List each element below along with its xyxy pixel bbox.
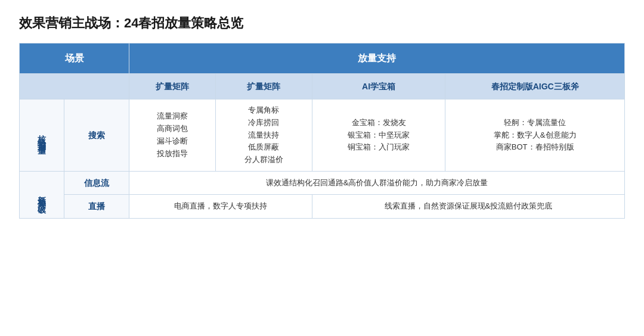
scene-live: 直播 — [64, 195, 129, 218]
header-support: 放量支持 — [129, 43, 625, 74]
scene-infofeed: 信息流 — [64, 171, 129, 194]
subheader-expand1: 扩量矩阵 — [129, 73, 216, 99]
infofeed-content: 课效通结构化召回通路&高价值人群溢价能力，助力商家冷启放量 — [129, 171, 625, 194]
search-expand1: 流量洞察 高商词包 漏斗诊断 投放指导 — [129, 99, 216, 171]
strategy-table: 场景 放量支持 扩量矩阵 扩量矩阵 AI学宝箱 春招定制版AIGC三板斧 核心场… — [19, 43, 625, 219]
live-col45: 线索直播，自然资源保证展现&投流赔付政策兜底 — [312, 195, 624, 218]
subheader-aigc: 春招定制版AIGC三板斧 — [445, 73, 625, 99]
page-title: 效果营销主战场：24春招放量策略总览 — [19, 14, 625, 32]
subheader-empty — [20, 73, 129, 99]
live-col23: 电商直播，数字人专项扶持 — [129, 195, 312, 218]
search-expand2: 专属角标 冷库捞回 流量扶持 低质屏蔽 分人群溢价 — [216, 99, 312, 171]
search-aigc: 轻舸：专属流量位 掌舵：数字人&创意能力 商家BOT：春招特别版 — [445, 99, 625, 171]
header-scene: 场景 — [20, 43, 129, 74]
subheader-ai: AI学宝箱 — [312, 73, 445, 99]
group-core: 核心场景增量 — [20, 99, 64, 171]
search-ai: 金宝箱：发烧友 银宝箱：中坚玩家 铜宝箱：入门玩家 — [312, 99, 445, 171]
subheader-expand2: 扩量矩阵 — [216, 73, 312, 99]
scene-search: 搜索 — [64, 99, 129, 171]
group-new: 新场景突破 — [20, 171, 64, 218]
